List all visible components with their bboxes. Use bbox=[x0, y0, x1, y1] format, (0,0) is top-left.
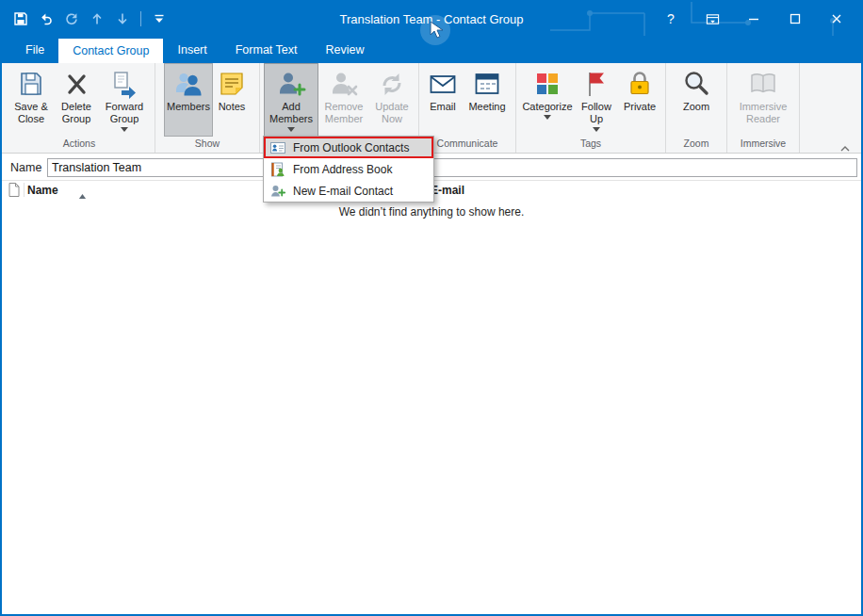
categorize-label: Categorize bbox=[522, 101, 572, 113]
chevron-down-icon bbox=[593, 127, 600, 132]
tab-review[interactable]: Review bbox=[311, 36, 378, 63]
private-button[interactable]: Private bbox=[618, 63, 661, 137]
group-label-communicate: Communicate bbox=[423, 137, 512, 153]
delete-group-button[interactable]: Delete Group bbox=[55, 63, 98, 137]
notes-button[interactable]: Notes bbox=[213, 63, 251, 137]
categorize-button[interactable]: Categorize bbox=[520, 63, 575, 137]
tab-contact-group-label: Contact Group bbox=[73, 44, 149, 57]
minimize-button[interactable] bbox=[733, 2, 774, 36]
forward-group-button[interactable]: Forward Group bbox=[98, 63, 151, 137]
zoom-magnifier-icon bbox=[681, 69, 711, 99]
meeting-label: Meeting bbox=[468, 101, 505, 113]
delete-group-icon bbox=[61, 69, 91, 99]
save-and-close-button[interactable]: Save & Close bbox=[8, 63, 55, 137]
customize-toolbar-icon[interactable] bbox=[152, 11, 167, 26]
notes-icon bbox=[217, 69, 247, 99]
members-button[interactable]: Members bbox=[164, 63, 213, 137]
help-button[interactable]: ? bbox=[650, 2, 692, 36]
add-members-dropdown-menu: From Outlook Contacts From Address Book … bbox=[263, 136, 434, 203]
quick-access-toolbar bbox=[13, 2, 167, 36]
tab-insert-label: Insert bbox=[177, 43, 206, 57]
group-label-actions: Actions bbox=[8, 137, 151, 153]
email-icon bbox=[428, 69, 458, 99]
tab-format-text[interactable]: Format Text bbox=[221, 36, 312, 63]
menu-item-from-address-book[interactable]: From Address Book bbox=[264, 158, 433, 180]
add-members-label: Add Members bbox=[264, 101, 318, 125]
group-label-immersive: Immersive bbox=[733, 137, 793, 153]
follow-up-label: Follow Up bbox=[575, 101, 618, 125]
zoom-button[interactable]: Zoom bbox=[674, 63, 719, 137]
save-close-icon bbox=[16, 69, 46, 99]
group-label-tags: Tags bbox=[520, 137, 661, 153]
address-book-icon bbox=[270, 162, 285, 177]
meeting-button[interactable]: Meeting bbox=[463, 63, 512, 137]
zoom-label: Zoom bbox=[683, 101, 709, 113]
menu-item-label: New E-mail Contact bbox=[293, 185, 393, 198]
email-label: Email bbox=[430, 101, 456, 113]
tab-format-text-label: Format Text bbox=[236, 43, 298, 57]
redo-icon bbox=[64, 11, 79, 26]
move-down-icon bbox=[115, 11, 130, 26]
tab-review-label: Review bbox=[325, 43, 364, 57]
tab-file-label: File bbox=[25, 43, 44, 57]
titlebar: Translation Team - Contact Group ? bbox=[2, 2, 861, 36]
notes-label: Notes bbox=[219, 101, 246, 113]
ribbon-group-tags: Categorize Follow Up Private Tags bbox=[516, 63, 666, 153]
add-members-icon bbox=[276, 69, 306, 99]
members-list-body: We didn’t find anything to show here. bbox=[2, 199, 861, 614]
name-input[interactable] bbox=[47, 158, 857, 177]
close-button[interactable] bbox=[816, 2, 857, 36]
name-field-label: Name bbox=[10, 161, 41, 174]
window-controls: ? bbox=[650, 2, 857, 36]
qat-separator bbox=[140, 11, 141, 26]
immersive-reader-button: Immersive Reader bbox=[733, 63, 793, 137]
menu-item-new-email-contact[interactable]: New E-mail Contact bbox=[264, 180, 433, 202]
empty-list-message: We didn’t find anything to show here. bbox=[2, 205, 861, 219]
remove-member-icon bbox=[329, 69, 359, 99]
sort-ascending-icon bbox=[78, 186, 87, 192]
categorize-icon bbox=[532, 69, 562, 99]
email-button[interactable]: Email bbox=[423, 63, 463, 137]
update-now-icon bbox=[377, 69, 407, 99]
contact-card-icon bbox=[270, 140, 285, 155]
menu-item-label: From Address Book bbox=[293, 163, 392, 176]
remove-member-label: Remove Member bbox=[318, 101, 369, 125]
remove-member-button: Remove Member bbox=[318, 63, 369, 137]
new-contact-icon bbox=[270, 184, 285, 199]
collapse-ribbon-icon[interactable] bbox=[839, 140, 852, 150]
maximize-button[interactable] bbox=[774, 2, 816, 36]
document-column-icon[interactable] bbox=[8, 183, 20, 197]
immersive-reader-label: Immersive Reader bbox=[733, 101, 793, 125]
group-label-show: Show bbox=[164, 137, 251, 153]
outlook-contact-group-window: Translation Team - Contact Group ? File … bbox=[0, 0, 863, 616]
ribbon-group-show: Members Notes Show bbox=[155, 63, 260, 153]
update-now-button: Update Now bbox=[369, 63, 415, 137]
tab-insert[interactable]: Insert bbox=[163, 36, 220, 63]
help-label: ? bbox=[667, 11, 675, 26]
undo-icon[interactable] bbox=[39, 11, 54, 26]
ribbon-display-options-button[interactable] bbox=[692, 2, 733, 36]
forward-group-icon bbox=[109, 69, 139, 99]
save-icon[interactable] bbox=[13, 11, 28, 26]
save-and-close-label: Save & Close bbox=[8, 101, 55, 125]
menu-item-label: From Outlook Contacts bbox=[293, 141, 409, 154]
menu-item-from-outlook-contacts[interactable]: From Outlook Contacts bbox=[264, 137, 433, 158]
update-now-label: Update Now bbox=[369, 101, 415, 125]
column-header-name[interactable]: Name bbox=[27, 184, 58, 197]
tab-contact-group[interactable]: Contact Group bbox=[58, 39, 163, 63]
add-members-button[interactable]: Add Members bbox=[264, 63, 318, 137]
chevron-down-icon bbox=[121, 127, 128, 132]
members-label: Members bbox=[167, 101, 210, 113]
tab-file[interactable]: File bbox=[11, 36, 58, 63]
private-lock-icon bbox=[625, 69, 655, 99]
private-label: Private bbox=[624, 101, 656, 113]
follow-up-button[interactable]: Follow Up bbox=[575, 63, 618, 137]
forward-group-label: Forward Group bbox=[98, 101, 151, 125]
column-header-email[interactable]: E-mail bbox=[431, 184, 464, 197]
chevron-down-icon bbox=[544, 115, 551, 120]
follow-up-flag-icon bbox=[581, 69, 611, 99]
group-label-zoom: Zoom bbox=[674, 137, 719, 153]
ribbon-group-actions: Save & Close Delete Group Forward Group … bbox=[4, 63, 155, 153]
column-separator bbox=[24, 183, 24, 197]
members-icon bbox=[173, 69, 204, 99]
